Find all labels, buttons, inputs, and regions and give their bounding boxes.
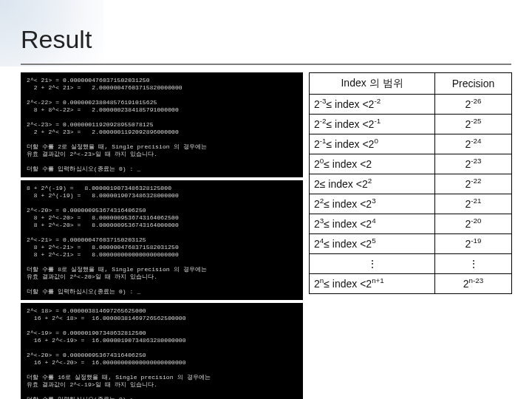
cell-index-range: 23≤ index <24 <box>310 214 435 234</box>
table-row: 2-3≤ index <2-22-26 <box>310 95 512 115</box>
table-row: 24≤ index <252-19 <box>310 234 512 254</box>
cell-index-range: 2-1≤ index <20 <box>310 134 435 154</box>
terminal-screenshots: 2^< 21> = 0.0000004760371502031250 2 + 2… <box>21 72 303 390</box>
cell-index-range: 24≤ index <25 <box>310 234 435 254</box>
cell-index-range: 2n≤ index <2n+1 <box>310 274 435 294</box>
cell-precision: 2-23 <box>435 154 512 174</box>
col-header-index: Index 의 범위 <box>310 73 435 95</box>
cell-index-range: 2-2≤ index <2-1 <box>310 115 435 134</box>
cell-precision: 2n-23 <box>435 274 512 294</box>
table-row: 20≤ index <22-23 <box>310 154 512 174</box>
cell-precision: 2-26 <box>435 95 512 115</box>
table-header-row: Index 의 범위 Precision <box>310 73 512 95</box>
cell-index-range: 2≤ index <22 <box>310 174 435 194</box>
cell-precision: 2-24 <box>435 134 512 154</box>
cell-precision: ⋮ <box>435 254 512 274</box>
terminal-block: 8 + 2^(-19) = 8.0000019073486328125000 8… <box>21 180 303 300</box>
precision-table: Index 의 범위 Precision 2-3≤ index <2-22-26… <box>309 72 512 294</box>
table-row: ⋮⋮ <box>310 254 512 274</box>
cell-index-range: 22≤ index <23 <box>310 194 435 214</box>
cell-index-range: 2-3≤ index <2-2 <box>310 95 435 115</box>
table-row: 23≤ index <242-20 <box>310 214 512 234</box>
cell-precision: 2-20 <box>435 214 512 234</box>
terminal-block: 2^< 21> = 0.0000004760371502031250 2 + 2… <box>21 72 303 177</box>
cell-index-range: ⋮ <box>310 254 435 274</box>
cell-precision: 2-25 <box>435 115 512 134</box>
table-row: 2≤ index <222-22 <box>310 174 512 194</box>
table-row: 2-1≤ index <202-24 <box>310 134 512 154</box>
cell-precision: 2-22 <box>435 174 512 194</box>
title-underline <box>21 64 511 65</box>
table-row: 2n≤ index <2n+12n-23 <box>310 274 512 294</box>
terminal-block: 2^< 18> = 0.000003814697265625000 16 + 2… <box>21 303 303 399</box>
cell-precision: 2-19 <box>435 234 512 254</box>
table-row: 2-2≤ index <2-12-25 <box>310 115 512 134</box>
table-row: 22≤ index <232-21 <box>310 194 512 214</box>
cell-index-range: 20≤ index <2 <box>310 154 435 174</box>
col-header-precision: Precision <box>435 73 512 95</box>
page-title: Result <box>21 25 92 54</box>
cell-precision: 2-21 <box>435 194 512 214</box>
